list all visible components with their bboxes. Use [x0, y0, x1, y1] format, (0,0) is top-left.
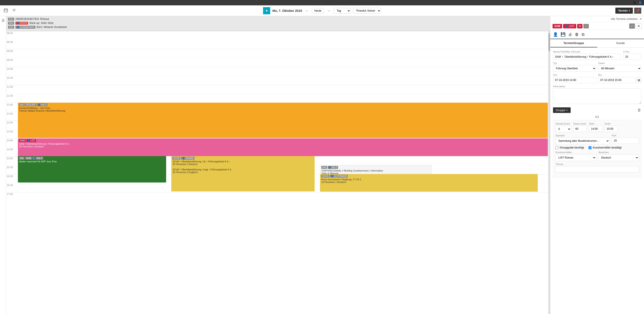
print-tool-button[interactable]: 🖨	[568, 32, 572, 37]
prev-button[interactable]: ←	[304, 8, 310, 14]
tab-sam[interactable]: SAM	[552, 24, 562, 28]
sprachen-label: Sprachen	[598, 151, 639, 154]
versatz-row: Versatz [min] 0 Dauer [min] Start	[556, 122, 639, 132]
ende-input[interactable]	[605, 126, 618, 132]
info-badge-3[interactable]: Info	[8, 26, 14, 29]
info-badge-2[interactable]: Info	[8, 22, 14, 24]
scroll-indicator[interactable]	[548, 31, 550, 314]
event-sam-list[interactable]: SAM 👤 LIST SAM / Überblicksführung / Füh…	[18, 138, 548, 156]
name-input[interactable]	[553, 54, 621, 60]
time-1700: 17:00	[6, 192, 18, 201]
badge-list-1: 👤 LIST	[26, 139, 36, 142]
dauer-min-input[interactable]	[573, 126, 587, 132]
pax-input[interactable]	[623, 54, 641, 60]
gruppe-button[interactable]: Gruppe +	[553, 107, 571, 113]
time-1330: 13:30	[6, 130, 18, 138]
gundacker-badge[interactable]: 👤 GUNDACKER	[16, 26, 35, 29]
info-badge-1[interactable]: Info	[8, 18, 14, 20]
badge-info3-3: 👤 Info 3	[33, 157, 43, 160]
settings-icon[interactable]: ⚙	[633, 1, 636, 4]
filter-button[interactable]: ▼	[263, 7, 270, 14]
bis-input[interactable]	[598, 77, 636, 83]
calendar-icon[interactable]	[3, 7, 9, 14]
gl-7	[18, 94, 548, 103]
tab-check[interactable]: ✓	[584, 24, 589, 28]
stuetz-label: STÜTZ	[20, 22, 27, 24]
tab-list[interactable]: 👤 LIST	[563, 24, 576, 28]
allday-text-3: Büro: Melanie Gundacker	[37, 26, 67, 29]
event-line2: Thema: Ablauf Scanner Überblicksführung	[19, 109, 547, 112]
dauer-select[interactable]: 60 Minuten	[598, 65, 642, 72]
panel-close-button[interactable]: ✕	[636, 24, 642, 29]
expand-btn[interactable]: ⊞	[636, 78, 641, 83]
bis-label: Bis	[598, 74, 642, 76]
kv-select[interactable]: LIST Roman	[556, 154, 596, 161]
today-button[interactable]: Heute	[312, 8, 324, 14]
time-labels: 08:00 08:30 09:00 09:30 10:00 10:30 11:0…	[6, 31, 18, 314]
next-button[interactable]: →	[326, 8, 332, 14]
event-schk-uchtmann[interactable]: SCHK 👤 UCHTMANN Anno-Gymnasium Siegburg,…	[320, 174, 538, 192]
save-tool-button[interactable]: 💾	[560, 32, 566, 37]
person-icon-small2: 👤	[16, 26, 19, 28]
event-schk-nowak[interactable]: SCHK 👤 NOWAK SCHK / Überblicksführung / …	[171, 156, 314, 192]
allday-row-2: Info 👤 STÜTZ Back-up: Selin Stütz	[8, 22, 548, 24]
groupguide-checkbox-item[interactable]: Groupguide benötigt	[556, 146, 584, 149]
gruppe-header: Gruppe + 🗑	[553, 107, 641, 113]
badge-info-5: Info	[321, 166, 327, 169]
allday-section: Info ABWESENHEITEN: Rotraut Info 👤 STÜTZ…	[6, 16, 550, 31]
kunstvermittler-checkbox[interactable]	[588, 146, 592, 149]
termin-button[interactable]: Termin +	[616, 8, 633, 14]
badge-sam-1: SAM	[19, 139, 26, 142]
panel-confirm-button[interactable]: ✓	[629, 24, 635, 29]
sidebar-toggle-icon[interactable]: ☰	[2, 18, 5, 22]
gl-4	[18, 67, 548, 76]
gl-2	[18, 49, 548, 58]
start-input[interactable]	[589, 126, 602, 132]
delete-tool-button[interactable]: 🗑	[575, 32, 579, 37]
standort-select[interactable]: Sammlung alter Musikinstrumen...	[556, 138, 610, 144]
event-khm[interactable]: Info KHM 👤 Info 3 Atelier reserviert für…	[18, 156, 166, 182]
filter-list-icon[interactable]	[11, 8, 17, 14]
timeslot-select[interactable]: Timeslot: Keiner	[353, 8, 381, 14]
copy-tool-button[interactable]: ⧉	[582, 32, 584, 37]
user-icon[interactable]: 👤	[638, 1, 642, 4]
checkbox-row: Groupguide benötigt Kunstvermittler best…	[556, 146, 639, 149]
person-tool-button[interactable]: 👤	[553, 32, 558, 37]
pax-gruppe-input[interactable]	[612, 138, 639, 144]
badge-atelier-1: ATELIER	[25, 103, 36, 106]
groupguide-checkbox[interactable]	[556, 146, 558, 149]
kunstvermittler-label: Kunstvermittler bestätigt	[593, 146, 622, 149]
groupguide-label: Groupguide benötigt	[560, 146, 584, 149]
time-1130: 11:30	[6, 94, 18, 103]
event-badges-4: SCHK 👤 NOWAK	[172, 157, 314, 160]
time-0830: 08:30	[6, 40, 18, 49]
badge-schk-1: SCHK	[172, 157, 180, 160]
panel-tabs-row: SAM 👤 LIST ✉ ✓ ✓ ✕	[550, 22, 644, 30]
start-label: Start	[589, 122, 602, 125]
kv-sprachen-row: Kunstvermittler LIST Roman Sprachen Deut…	[556, 151, 639, 161]
event-line3: SAM / Überblicksführung / Führungsticket…	[19, 142, 547, 145]
gruppe-delete-button[interactable]: 🗑	[637, 108, 641, 112]
gruppe-section: Versatz [min] 0 Dauer [min] Start	[553, 120, 641, 178]
event-line12: Anno-Gymnasium Siegburg, 17-19 J.	[321, 178, 536, 181]
allday-row-3: Info 👤 GUNDACKER Büro: Melanie Gundacker	[8, 26, 548, 29]
tab-mail[interactable]: ✉	[577, 24, 582, 28]
close-all-button[interactable]: ✕	[640, 18, 642, 20]
event-jourf-ixe[interactable]: Info ATELIER 👤 Info 3 Kunstvermittlung –…	[18, 103, 548, 138]
versatz-select[interactable]: 0	[556, 126, 571, 132]
tab-kunde[interactable]: Kunde	[597, 39, 644, 48]
typ-select[interactable]: Führung Überblick	[553, 65, 596, 72]
view-select[interactable]: Tag Woche	[334, 8, 351, 14]
system-bar: ⚙ 👤	[0, 0, 644, 5]
badge-info-1: Info	[19, 103, 24, 106]
thema-input[interactable]	[556, 166, 639, 172]
pin-button[interactable]: 📌	[634, 8, 641, 14]
event-line10: VORTRAGSSAAL // Briefing Guestservices /…	[321, 169, 430, 172]
info-textarea[interactable]	[553, 88, 641, 104]
tab-termin-gruppe[interactable]: Termin/Gruppe	[550, 39, 597, 48]
time-1500: 15:00	[6, 156, 18, 165]
kunstvermittler-checkbox-item[interactable]: Kunstvermittler bestätigt	[588, 146, 622, 149]
von-input[interactable]	[553, 77, 596, 83]
sprachen-select[interactable]: Deutsch	[598, 154, 639, 161]
stuetz-badge[interactable]: 👤 STÜTZ	[16, 22, 28, 24]
